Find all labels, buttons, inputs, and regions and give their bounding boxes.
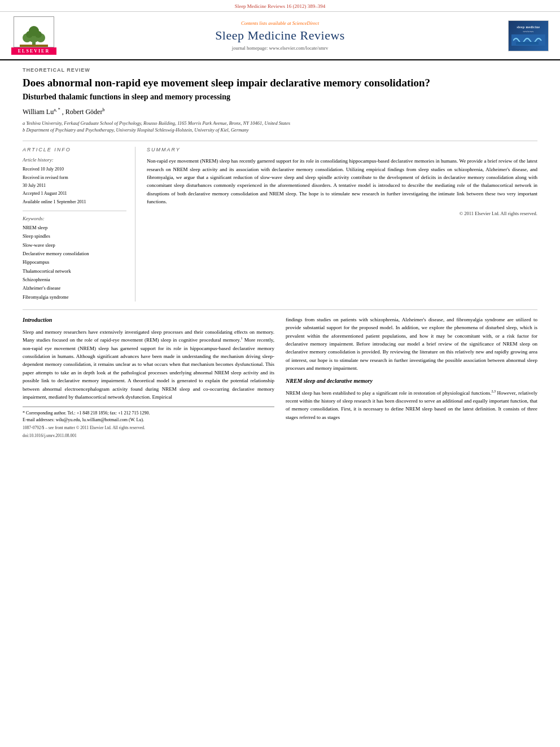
footnote-issn: 1087-0792/$ – see front matter © 2011 El… [23,425,274,431]
sleep-medicine-logo: sleep medicine reviews [508,20,549,51]
nrem-memory-title: NREM sleep and declarative memory [286,377,537,386]
affiliation-b: b Department of Psychiatry and Psychothe… [23,126,537,134]
summary-column: SUMMARY Non-rapid eye movement (NREM) sl… [147,147,537,302]
date-accepted: Accepted 1 August 2011 [23,190,126,198]
sleep-medicine-logo-area: sleep medicine reviews [504,20,549,51]
footnote-email: E-mail addresses: wilu@yu.edu, lu.willia… [23,417,274,423]
section-divider [23,309,537,310]
intro-paragraph-1: Sleep and memory researchers have extens… [23,328,274,401]
article-subtitle: Disturbed thalamic functions in sleep an… [23,93,537,102]
author2-name: , Robert Göder [62,108,103,116]
svg-rect-7 [20,45,48,47]
keyword-2: Sleep spindles [23,232,126,241]
date-available: Available online 1 September 2011 [23,198,126,206]
date-received-revised-label: Received in revised form [23,174,126,182]
keyword-7: Schizophrenia [23,276,126,284]
copyright-text: © 2011 Elsevier Ltd. All rights reserved… [147,211,537,216]
body-columns: Introduction Sleep and memory researcher… [23,316,537,440]
summary-label: SUMMARY [147,147,537,152]
ref-2-3: 2,3 [492,390,496,393]
article-type-label: THEORETICAL REVIEW [23,67,537,73]
footnote-area: * Corresponding author. Tel.: +1 848 218… [23,407,274,439]
footnote-corresponding: * Corresponding author. Tel.: +1 848 218… [23,410,274,417]
logo-graphic [511,34,545,46]
journal-header: ELSEVIER Contents lists available at Sci… [0,12,560,60]
journal-header-center: Contents lists available at ScienceDirec… [56,20,504,51]
elsevier-tree-svg [17,25,51,47]
affiliations: a Yeshiva University, Ferkauf Graduate S… [23,120,537,134]
summary-text: Non-rapid eye movement (NREM) sleep has … [147,157,537,206]
author1-name: William Lu [23,108,54,116]
journal-citation-bar: Sleep Medicine Reviews 16 (2012) 389–394 [0,0,560,12]
article-dates: Received 10 July 2010 Received in revise… [23,165,126,211]
keywords-list: NREM sleep Sleep spindles Slow-wave slee… [23,224,126,302]
elsevier-logo-area: ELSEVIER [11,16,56,55]
elsevier-logo: ELSEVIER [11,16,56,55]
keyword-9: Fibromyalgia syndrome [23,293,126,302]
keyword-1: NREM sleep [23,224,126,232]
science-direct-link-text[interactable]: ScienceDirect [292,20,319,26]
science-direct-line: Contents lists available at ScienceDirec… [65,20,495,26]
logo-wave-svg [513,35,544,45]
elsevier-image [14,16,54,47]
keyword-4: Declarative memory consolidation [23,250,126,258]
right-paragraph-1: findings from studies on patients with s… [286,316,537,373]
article-info-column: ARTICLE INFO Article history: Received 1… [23,147,135,302]
introduction-title: Introduction [23,316,274,325]
body-right-column: findings from studies on patients with s… [286,316,537,440]
authors-line: William Lua, * , Robert Göderb [23,107,537,116]
keyword-6: Thalamocortical network [23,267,126,276]
journal-homepage: journal homepage: www.elsevier.com/locat… [65,45,495,51]
article-info-label: ARTICLE INFO [23,147,126,152]
author1-sup: a, * [54,107,60,112]
article-history-label: Article history: [23,157,126,163]
logo-text-sleep: sleep medicine [517,25,540,29]
body-left-column: Introduction Sleep and memory researcher… [23,316,274,440]
svg-rect-8 [516,42,539,45]
contents-text: Contents lists available at [241,20,292,26]
article-info-summary: ARTICLE INFO Article history: Received 1… [23,141,537,302]
article-title: Does abnormal non-rapid eye movement sle… [23,76,537,90]
svg-point-6 [35,31,42,38]
date-revised: 30 July 2011 [23,182,126,190]
ref-1: 1 [241,337,243,340]
right-paragraph-2: NREM sleep has been established to play … [286,389,537,422]
date-received: Received 10 July 2010 [23,165,126,173]
affiliation-a: a Yeshiva University, Ferkauf Graduate S… [23,120,537,127]
keyword-5: Hippocampus [23,258,126,267]
author2-sup: b [102,107,104,112]
svg-point-5 [26,31,33,38]
journal-title: Sleep Medicine Reviews [65,28,495,43]
content-area: THEORETICAL REVIEW Does abnormal non-rap… [0,60,560,448]
journal-citation-text: Sleep Medicine Reviews 16 (2012) 389–394 [235,3,326,9]
logo-text-reviews: reviews [523,30,533,33]
keyword-8: Alzheimer's disease [23,284,126,292]
keywords-label: Keywords: [23,216,126,221]
footnote-doi: doi:10.1016/j.smrv.2011.08.001 [23,433,274,439]
elsevier-label: ELSEVIER [11,47,56,55]
keyword-3: Slow-wave sleep [23,241,126,250]
